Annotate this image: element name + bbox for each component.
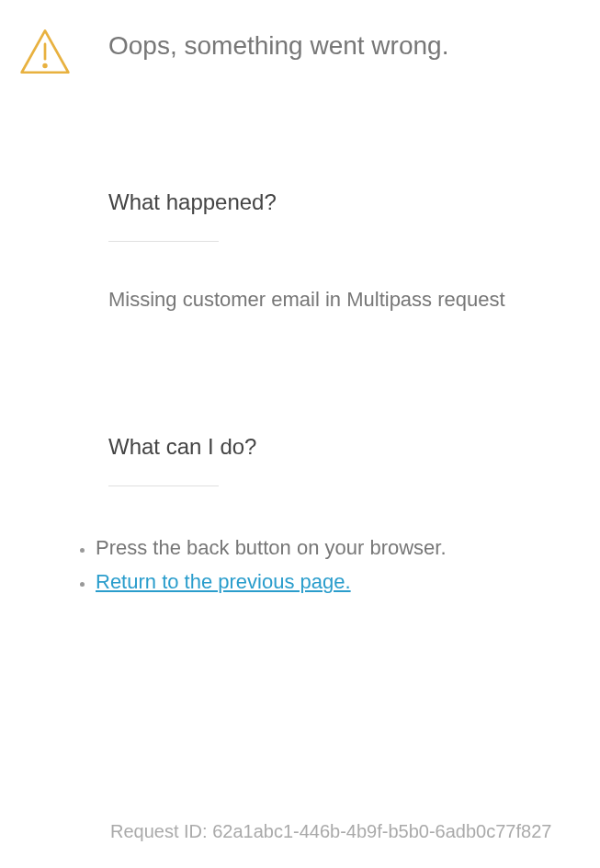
return-link[interactable]: Return to the previous page. xyxy=(96,570,351,593)
request-id-footer: Request ID: 62a1abc1-446b-4b9f-b5b0-6adb… xyxy=(110,821,551,842)
error-message: Missing customer email in Multipass requ… xyxy=(108,286,582,314)
step-item: Press the back button on your browser. xyxy=(96,531,582,565)
what-can-i-do-heading: What can I do? xyxy=(108,434,582,460)
what-happened-heading: What happened? xyxy=(108,189,582,215)
steps-list: Press the back button on your browser. R… xyxy=(96,531,582,600)
request-id-value: 62a1abc1-446b-4b9f-b5b0-6adb0c77f827 xyxy=(212,821,551,841)
svg-point-1 xyxy=(44,64,47,67)
page-title: Oops, something went wrong. xyxy=(108,31,582,61)
warning-icon xyxy=(18,66,72,82)
divider xyxy=(108,241,219,242)
request-id-label: Request ID: xyxy=(110,821,212,841)
divider xyxy=(108,485,219,486)
step-item: Return to the previous page. xyxy=(96,565,582,599)
